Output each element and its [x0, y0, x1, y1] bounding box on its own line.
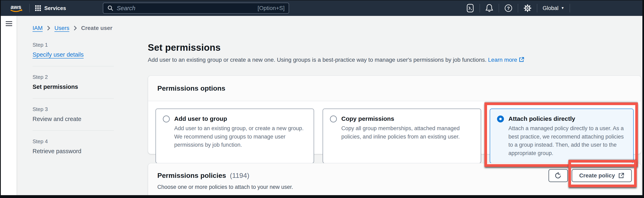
aws-logo-text: aws [10, 4, 21, 10]
breadcrumb-chevron-icon [74, 25, 77, 31]
breadcrumb-users-link[interactable]: Users [54, 25, 69, 31]
screenshot-frame: aws Services [0, 0, 644, 198]
nav-spacer [575, 1, 642, 16]
notifications-bell-button[interactable] [485, 4, 493, 13]
page-title: Set permissions [148, 42, 641, 53]
step-review-and-create: Review and create [32, 116, 114, 122]
external-link-icon [519, 57, 524, 62]
step-label: Step 4 [32, 138, 114, 145]
external-link-icon [618, 172, 624, 179]
svg-text:?: ? [507, 6, 510, 11]
option-description: Attach a managed policy directly to a us… [508, 124, 626, 157]
step-label: Step 2 [32, 74, 114, 80]
option-title: Add user to group [174, 115, 307, 123]
option-card-attach-policies-directly[interactable]: Attach policies directly Attach a manage… [490, 109, 634, 163]
step-link-specify-user-details[interactable]: Specify user details [32, 51, 114, 58]
nav-divider [570, 4, 570, 13]
top-navigation-bar: aws Services [1, 1, 642, 16]
help-button[interactable]: ? [504, 4, 512, 13]
services-grid-icon [35, 5, 41, 11]
create-policy-button[interactable]: Create policy [572, 169, 632, 182]
refresh-button[interactable] [548, 169, 568, 182]
learn-more-link[interactable]: Learn more [488, 57, 524, 63]
breadcrumb-iam-link[interactable]: IAM [32, 25, 43, 31]
permissions-policies-description: Choose one or more policies to attach to… [157, 184, 548, 190]
services-label: Services [44, 5, 66, 12]
search-icon [107, 5, 114, 11]
step-item-3: Step 3 Review and create [32, 98, 114, 130]
permissions-policies-panel: Permissions policies (1194) Choose one o… [148, 163, 641, 195]
option-description: Copy all group memberships, attached man… [341, 124, 474, 141]
radio-attach-policies-directly[interactable] [497, 116, 504, 122]
page-description: Add user to an existing group or create … [148, 57, 641, 63]
nav-divider [537, 4, 537, 13]
region-label: Global [542, 5, 558, 12]
search-input[interactable] [117, 5, 258, 12]
step-item-4: Step 4 Retrieve password [32, 130, 114, 163]
services-menu-button[interactable]: Services [35, 5, 66, 12]
nav-divider [518, 4, 518, 13]
step-item-2: Step 2 Set permissions [32, 66, 114, 98]
create-policy-label: Create policy [579, 172, 615, 179]
page-description-text: Add user to an existing group or create … [148, 57, 486, 63]
option-title: Attach policies directly [508, 115, 626, 123]
step-item-1: Step 1 Specify user details [32, 42, 114, 66]
step-current-set-permissions: Set permissions [32, 83, 114, 90]
nav-divider [29, 4, 30, 13]
breadcrumb-current-page: Create user [81, 25, 112, 31]
permissions-options-header: Permissions options [148, 76, 641, 101]
radio-copy-permissions[interactable] [330, 116, 337, 122]
nav-divider [480, 4, 480, 13]
settings-gear-button[interactable] [524, 4, 532, 13]
permissions-options-panel: Permissions options Add user to group Ad… [148, 75, 641, 154]
permissions-policies-count: (1194) [230, 171, 250, 179]
breadcrumb: IAM Users Create user [32, 25, 112, 31]
learn-more-label: Learn more [488, 57, 517, 63]
permissions-options-title: Permissions options [157, 84, 225, 92]
step-retrieve-password: Retrieve password [32, 148, 114, 155]
option-card-copy-permissions[interactable]: Copy permissions Copy all group membersh… [322, 109, 481, 163]
global-search[interactable]: [Option+S] [103, 3, 289, 14]
collapsed-side-navigation [1, 16, 17, 195]
step-label: Step 1 [32, 42, 114, 48]
radio-add-user-to-group[interactable] [163, 116, 170, 122]
chevron-down-icon: ▼ [561, 6, 564, 10]
permissions-options-body: Add user to group Add user to an existin… [148, 101, 641, 172]
search-shortcut-hint: [Option+S] [258, 5, 284, 12]
nav-divider [499, 4, 499, 13]
breadcrumb-chevron-icon [47, 25, 50, 31]
menu-hamburger-icon[interactable] [6, 21, 12, 27]
aws-logo[interactable]: aws [9, 4, 24, 13]
region-selector[interactable]: Global ▼ [542, 5, 564, 12]
refresh-icon [554, 172, 562, 179]
option-title: Copy permissions [341, 115, 474, 123]
wizard-steps-nav: Step 1 Specify user details Step 2 Set p… [32, 42, 114, 163]
cloudshell-button[interactable] [466, 4, 474, 13]
aws-console-page: aws Services [1, 1, 642, 195]
permissions-policies-title: Permissions policies [157, 171, 226, 179]
option-card-add-user-to-group[interactable]: Add user to group Add user to an existin… [156, 109, 314, 163]
step-label: Step 3 [32, 106, 114, 113]
option-description: Add user to an existing group, or create… [174, 124, 307, 149]
